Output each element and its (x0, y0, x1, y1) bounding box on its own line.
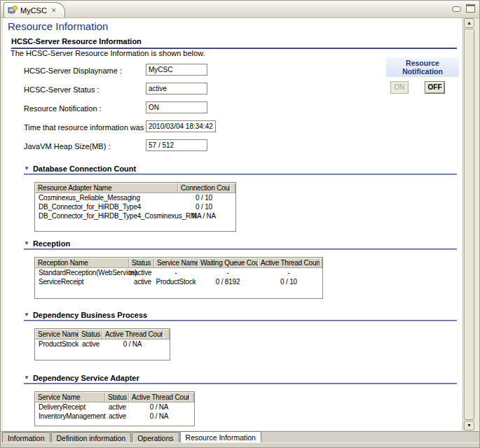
table-cell: - (198, 268, 258, 277)
section-toggle[interactable]: ▼Dependency Business Process (24, 310, 457, 319)
column-header[interactable]: Service Name (35, 392, 105, 402)
table-cell: 0 / 8192 (198, 277, 258, 286)
table-row[interactable]: StandardReception(WebService)inactive--- (35, 268, 322, 277)
column-header[interactable]: Active Thread Count (102, 329, 163, 340)
table-header-row: Service NameStatusActive Thread Count (35, 392, 194, 402)
scroll-down-arrow-icon[interactable]: ▼ (464, 421, 474, 430)
window-bottom-edge (1, 442, 479, 447)
table-cell: 0 / NA (102, 340, 163, 349)
table-row[interactable]: Cosminexus_Reliable_Messaging0 / 10 (35, 193, 235, 202)
application-window: MyCSC ✕ Resource Information HCSC-Server… (0, 0, 480, 448)
section-rule (24, 174, 457, 175)
section-title: Dependency Business Process (33, 311, 147, 319)
minimize-view-button[interactable] (452, 4, 461, 12)
section-toggle[interactable]: ▼Dependency Service Adapter (24, 373, 457, 382)
table-cell-filler (320, 268, 322, 277)
field-label: HCSC-Server Status : (24, 85, 100, 94)
column-header[interactable]: Reception Name (35, 258, 129, 268)
column-header[interactable]: Service Name (154, 258, 198, 268)
form-field-row: HCSC-Server Displayname :MyCSC (3, 62, 381, 80)
column-header[interactable]: Active Thread Count (258, 258, 320, 268)
table-cell: 0 / 10 (258, 277, 320, 286)
column-header[interactable]: Status (78, 329, 102, 340)
form-field-row: Time that resource information was colle… (3, 118, 381, 137)
notification-off-button[interactable]: OFF (425, 81, 445, 94)
table-cell-filler (163, 340, 170, 349)
table-header-row: Resource Adapter NameConnection Count (35, 183, 235, 193)
hcsc-section-heading: HCSC-Server Resource Information (11, 37, 457, 49)
column-header[interactable]: Status (105, 392, 129, 402)
field-value-box[interactable]: 2010/03/04 18:34:42 (146, 120, 216, 132)
section-dependency-business-process: ▼Dependency Business ProcessService Name… (3, 310, 457, 360)
table-row[interactable]: DeliveryReceiptactive0 / NA (35, 402, 194, 412)
form-field-row: Resource Notification :ON (3, 99, 381, 118)
section-rule (24, 383, 457, 384)
scrollbar-thumb[interactable] (464, 29, 474, 420)
column-header-filler (320, 258, 322, 268)
table-row[interactable]: ServiceReceiptactiveProductStock0 / 8192… (35, 277, 322, 286)
data-table: Reception NameStatusService NameWaiting … (34, 257, 323, 299)
close-tab-icon[interactable]: ✕ (50, 6, 58, 15)
table-cell-filler (230, 202, 235, 211)
table-cell: ProductStock (35, 340, 78, 349)
table-cell: active (105, 402, 129, 412)
scroll-up-arrow-icon[interactable]: ▲ (464, 18, 474, 28)
section-reception: ▼ReceptionReception NameStatusService Na… (3, 239, 457, 299)
table-header-row: Service NameStatusActive Thread Count (35, 329, 170, 340)
table-cell: InventoryManagement (35, 412, 105, 421)
data-table: Service NameStatusActive Thread CountPro… (34, 328, 170, 360)
table-cell: active (105, 412, 129, 421)
column-header[interactable]: Resource Adapter Name (35, 183, 178, 193)
table-cell-filler (320, 277, 322, 286)
section-rule (24, 320, 457, 321)
table-cell: Cosminexus_Reliable_Messaging (35, 193, 178, 202)
column-header[interactable]: Waiting Queue Count (198, 258, 258, 268)
section-database-connection-count: ▼Database Connection CountResource Adapt… (3, 164, 457, 232)
table-cell: inactive (129, 268, 154, 277)
collapse-triangle-icon: ▼ (24, 166, 29, 172)
table-cell: active (129, 277, 154, 286)
collapse-triangle-icon: ▼ (24, 241, 29, 246)
column-header[interactable]: Connection Count (178, 183, 230, 193)
column-header[interactable]: Service Name (35, 329, 78, 340)
maximize-view-button[interactable] (466, 4, 475, 12)
section-title: Database Connection Count (33, 164, 136, 173)
field-label: Resource Notification : (24, 104, 102, 113)
table-row[interactable]: ProductStockactive0 / NA (35, 340, 170, 349)
vertical-scrollbar[interactable]: ▲ ▼ (462, 18, 475, 430)
table-cell: active (78, 340, 102, 349)
resource-information-view: Resource Information HCSC-Server Resourc… (3, 18, 462, 430)
column-header[interactable]: Active Thread Count (129, 392, 189, 402)
field-value-box[interactable]: active (146, 83, 207, 94)
table-cell: StandardReception(WebService) (35, 268, 129, 277)
table-row[interactable]: DB_Connector_for_HiRDB_Type40 / 10 (35, 202, 235, 211)
column-header[interactable]: Status (129, 258, 154, 268)
editor-tab-bar: MyCSC ✕ (1, 1, 479, 18)
column-header-filler (163, 329, 170, 340)
collapse-triangle-icon: ▼ (24, 375, 29, 381)
table-cell: ProductStock (154, 277, 198, 286)
table-cell: 0 / NA (129, 402, 189, 412)
field-value-box[interactable]: ON (146, 102, 207, 113)
description-text: The HCSC-Server Resource Information is … (11, 49, 205, 57)
notification-on-button[interactable]: ON (390, 81, 409, 94)
field-label: HCSC-Server Displayname : (24, 66, 122, 75)
column-header-filler (189, 392, 194, 402)
field-value-box[interactable]: MyCSC (146, 64, 207, 76)
editor-tab-mycsc[interactable]: MyCSC ✕ (4, 2, 65, 18)
section-toggle[interactable]: ▼Reception (24, 239, 457, 248)
table-cell-filler (230, 211, 235, 220)
section-toggle[interactable]: ▼Database Connection Count (24, 164, 457, 173)
field-value-box[interactable]: 57 / 512 (146, 139, 207, 151)
section-dependency-service-adapter: ▼Dependency Service AdapterService NameS… (3, 373, 457, 426)
table-cell: 0 / NA (129, 412, 189, 421)
table-cell: - (258, 268, 320, 277)
table-row[interactable]: DB_Connector_for_HiRDB_Type4_Cosminexus_… (35, 211, 235, 220)
table-cell: DB_Connector_for_HiRDB_Type4_Cosminexus_… (35, 211, 178, 220)
table-cell: NA / NA (178, 211, 230, 220)
table-header-row: Reception NameStatusService NameWaiting … (35, 258, 322, 268)
page-title: Resource Information (8, 20, 108, 32)
field-label: JavaVM Heap Size(MB) : (24, 142, 110, 150)
table-row[interactable]: InventoryManagementactive0 / NA (35, 412, 194, 421)
csc-server-icon (8, 6, 18, 15)
